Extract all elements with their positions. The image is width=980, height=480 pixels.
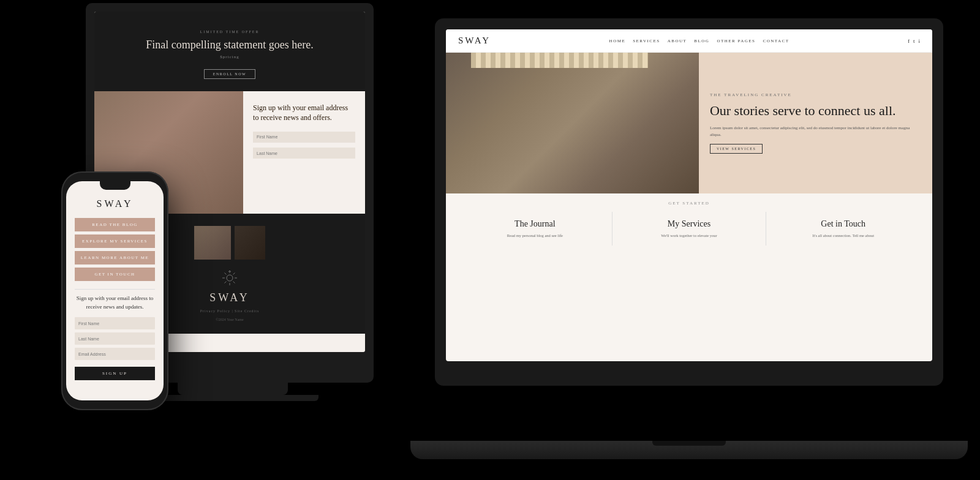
monitor-form-heading: Sign up with your email address to recei… <box>253 103 355 122</box>
monitor-footer-images <box>194 226 265 260</box>
instagram-icon[interactable]: i <box>918 38 920 44</box>
phone-email-input[interactable] <box>75 348 155 360</box>
phone-signup-text: Sign up with your email address to recei… <box>75 294 155 311</box>
phone-screen: SWAY READ THE BLOG EXPLORE MY SERVICES L… <box>66 181 164 400</box>
twitter-icon[interactable]: t <box>913 38 915 44</box>
nav-home[interactable]: HOME <box>609 39 626 43</box>
laptop-screen: SWAY HOME SERVICES ABOUT BLOG OTHER PAGE… <box>446 29 932 361</box>
laptop-base <box>410 441 968 459</box>
phone-about-button[interactable]: LEARN MORE ABOUT ME <box>75 251 155 264</box>
site-card-services-title: My Services <box>622 219 756 229</box>
phone-last-name-input[interactable] <box>75 332 155 345</box>
site-social-icons: f t i <box>908 38 920 44</box>
svg-line-8 <box>225 282 227 283</box>
site-card-journal-title: The Journal <box>468 219 602 229</box>
svg-point-0 <box>227 275 233 281</box>
site-nav: SWAY HOME SERVICES ABOUT BLOG OTHER PAGE… <box>446 29 932 53</box>
svg-line-5 <box>225 273 227 275</box>
site-hero-content: THE TRAVELING CREATIVE Our stories serve… <box>699 53 932 193</box>
phone-read-blog-button[interactable]: READ THE BLOG <box>75 218 155 231</box>
monitor-sun-icon <box>221 269 238 287</box>
nav-services[interactable]: SERVICES <box>633 39 660 43</box>
laptop-mockup: SWAY HOME SERVICES ABOUT BLOG OTHER PAGE… <box>435 18 968 459</box>
phone-mockup: SWAY READ THE BLOG EXPLORE MY SERVICES L… <box>61 171 175 416</box>
facebook-icon[interactable]: f <box>908 38 910 44</box>
phone-content: SWAY READ THE BLOG EXPLORE MY SERVICES L… <box>66 181 164 400</box>
laptop-bezel: SWAY HOME SERVICES ABOUT BLOG OTHER PAGE… <box>435 18 943 386</box>
monitor-headline: Final compelling statement goes here. <box>107 39 353 51</box>
site-card-journal[interactable]: The Journal Read my personal blog and se… <box>458 212 612 246</box>
site-card-journal-body: Read my personal blog and see life <box>468 233 602 238</box>
site-get-started-label: GET STARTED <box>458 201 920 206</box>
monitor-footer-logo: SWAY <box>209 291 249 304</box>
monitor-form-area: Sign up with your email address to recei… <box>243 91 365 214</box>
site-hero: THE TRAVELING CREATIVE Our stories serve… <box>446 53 932 193</box>
svg-line-7 <box>233 273 235 275</box>
phone-contact-button[interactable]: GET IN TOUCH <box>75 268 155 281</box>
site-nav-links: HOME SERVICES ABOUT BLOG OTHER PAGES CON… <box>609 39 790 43</box>
monitor-last-name-input[interactable] <box>253 148 355 159</box>
site-view-services-button[interactable]: VIEW SERVICES <box>710 144 763 154</box>
phone-bezel: SWAY READ THE BLOG EXPLORE MY SERVICES L… <box>61 171 168 410</box>
svg-line-6 <box>233 282 235 283</box>
phone-logo: SWAY <box>97 198 134 209</box>
site-card-contact-body: It's all about connection. Tell me about <box>776 233 910 238</box>
nav-other[interactable]: OTHER PAGES <box>717 39 755 43</box>
nav-about[interactable]: ABOUT <box>668 39 687 43</box>
site-card-services[interactable]: My Services We'll work together to eleva… <box>612 212 767 246</box>
site-get-started: GET STARTED The Journal Read my personal… <box>446 193 932 253</box>
monitor-dark-section: LIMITED TIME OFFER Final compelling stat… <box>94 12 365 91</box>
site-hero-image-inner <box>446 53 699 193</box>
monitor-footer-image-2 <box>235 226 265 260</box>
phone-services-button[interactable]: EXPLORE MY SERVICES <box>75 234 155 248</box>
site-nav-logo: SWAY <box>458 36 491 46</box>
phone-first-name-input[interactable] <box>75 317 155 329</box>
nav-contact[interactable]: CONTACT <box>763 39 790 43</box>
monitor-footer-copyright: ©2024 Your Name <box>216 318 243 321</box>
monitor-eyebrow: LIMITED TIME OFFER <box>107 30 353 34</box>
monitor-first-name-input[interactable] <box>253 132 355 143</box>
phone-divider <box>75 289 155 290</box>
site-hero-image <box>446 53 699 193</box>
phone-sign-up-button[interactable]: SIGN UP <box>75 367 155 380</box>
site-card-services-body: We'll work together to elevate your <box>622 233 756 238</box>
monitor-enroll-button[interactable]: ENROLL NOW <box>204 69 255 79</box>
monitor-footer-image-1 <box>194 226 231 260</box>
site-hero-eyebrow: THE TRAVELING CREATIVE <box>710 92 921 97</box>
monitor-subtext: $pricing <box>107 54 353 59</box>
site-card-contact[interactable]: Get in Touch It's all about connection. … <box>766 212 920 246</box>
site-hero-heading: Our stories serve to connect us all. <box>710 102 921 119</box>
site-hero-body: Lorem ipsum dolor sit amet, consectetur … <box>710 125 921 138</box>
site-cards: The Journal Read my personal blog and se… <box>458 212 920 246</box>
site-card-contact-title: Get in Touch <box>776 219 910 229</box>
nav-blog[interactable]: BLOG <box>694 39 709 43</box>
phone-notch <box>100 181 130 190</box>
monitor-stand <box>178 383 288 395</box>
monitor-footer-links: Privacy Policy | Site Credits <box>200 309 260 313</box>
